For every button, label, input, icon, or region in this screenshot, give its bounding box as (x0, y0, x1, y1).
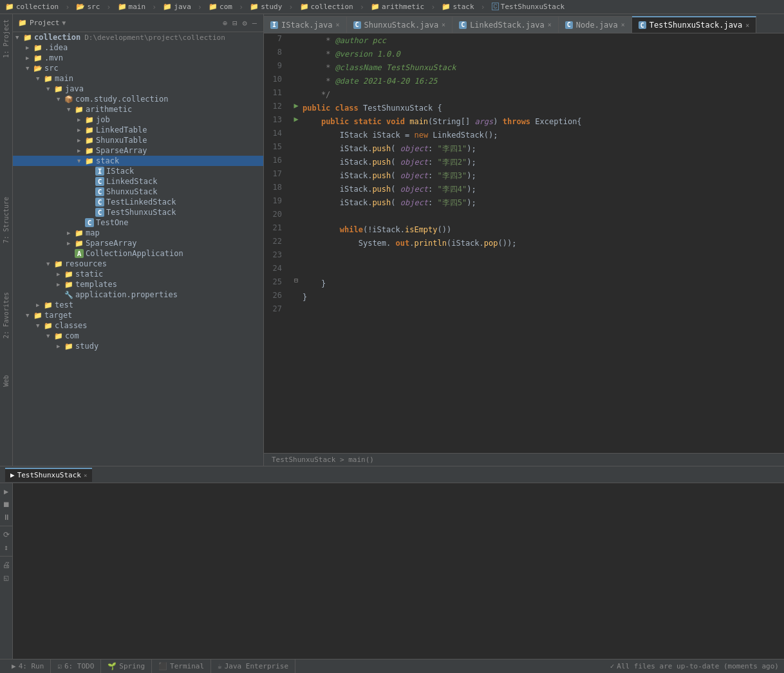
tree-root-label: collection (34, 33, 80, 42)
tree-linkedtable[interactable]: ▶ 📁 LinkedTable (13, 125, 263, 135)
tree-study-target[interactable]: ▶ 📁 study (13, 341, 263, 351)
pause-btn[interactable]: ⏸ (1, 512, 12, 523)
tab-ls-close[interactable]: × (548, 21, 552, 28)
tree-target[interactable]: ▼ 📁 target (13, 310, 263, 320)
run-icon: ▶ (12, 662, 16, 670)
run-btn[interactable]: ▶ (3, 486, 10, 497)
tree-sparsearray[interactable]: ▶ 📁 SparseArray (13, 145, 263, 156)
line-content-11: */ (303, 88, 784, 101)
rerun-btn[interactable]: ⟳ (2, 529, 11, 540)
tree-arrow-src: ▼ (26, 65, 33, 71)
tree-main[interactable]: ▼ 📁 main (13, 73, 263, 84)
tree-mvn[interactable]: ▶ 📁 .mvn (13, 53, 263, 63)
bc-com[interactable]: 📁 com (209, 3, 232, 11)
code-line-23: 23 (264, 250, 784, 263)
line-content-23 (303, 250, 784, 263)
bc-arithmetic[interactable]: 📁 arithmetic (371, 3, 424, 11)
tab-linkedstack[interactable]: C LinkedStack.java × (453, 16, 559, 33)
dropdown-arrow[interactable]: ▼ (62, 19, 66, 26)
run-tab-close[interactable]: × (84, 472, 87, 479)
status-icon: ✓ (610, 662, 615, 670)
tree-resources[interactable]: ▼ 📁 resources (13, 259, 263, 269)
bottom-tab-run[interactable]: ▶ TestShunxuStack × (5, 468, 92, 482)
sidebar-sync-btn[interactable]: ⊕ (221, 19, 229, 28)
bc-study[interactable]: 📁 study (250, 3, 282, 11)
bc-collection2[interactable]: 📁 collection (300, 3, 353, 11)
tab-ss-close[interactable]: × (442, 21, 445, 28)
tree-map[interactable]: ▶ 📁 map (13, 228, 263, 238)
tree-stack[interactable]: ▼ 📁 stack (13, 156, 263, 166)
stop-btn[interactable]: ⏹ (1, 499, 12, 510)
tree-classes[interactable]: ▼ 📁 classes (13, 320, 263, 331)
code-line-22: 22 System. out.println(iStack.pop()); (264, 236, 784, 250)
fold-icon-25[interactable]: ⊟ (294, 277, 298, 284)
tree-sparsearray2[interactable]: ▶ 📁 SparseArray (13, 238, 263, 248)
tree-testone[interactable]: ▶ C TestOne (13, 217, 263, 228)
status-tab-todo[interactable]: ☑ 6: TODO (51, 659, 101, 674)
status-tab-run[interactable]: ▶ 4: Run (5, 659, 51, 674)
sidebar-collapse-btn[interactable]: ⊟ (231, 19, 238, 28)
side-tab-project[interactable]: 1: Project (1, 14, 12, 63)
tree-test[interactable]: ▶ 📁 test (13, 300, 263, 310)
tree-mvn-icon: 📁 (33, 54, 42, 62)
layout-btn[interactable]: ◱ (3, 572, 10, 584)
tab-node-close[interactable]: × (621, 21, 625, 28)
tree-arithmetic[interactable]: ▼ 📁 arithmetic (13, 104, 263, 115)
code-line-11: 11 */ (264, 88, 784, 101)
status-tab-javaent[interactable]: ☕ Java Enterprise (211, 659, 295, 674)
tree-templates[interactable]: ▶ 📁 templates (13, 279, 263, 290)
tab-shunxustack[interactable]: C ShunxuStack.java × (347, 16, 453, 33)
tree-shunxutable[interactable]: ▶ 📁 ShunxuTable (13, 135, 263, 145)
tree-static[interactable]: ▶ 📁 static (13, 269, 263, 279)
line-num-21: 21 (264, 223, 290, 232)
line-gutter-25: ⊟ (290, 277, 303, 284)
tree-idea[interactable]: ▶ 📁 .idea (13, 42, 263, 53)
tree-job[interactable]: ▶ 📁 job (13, 115, 263, 125)
code-editor[interactable]: 7 * @author pcc 8 * @version 1.0.0 9 * @… (264, 33, 784, 453)
tree-istack-icon: I (95, 167, 104, 176)
tab-node[interactable]: C Node.java × (559, 16, 632, 33)
bc-java[interactable]: 📁 java (163, 3, 191, 11)
tree-arrow-main: ▼ (36, 75, 44, 82)
tree-linkedstack[interactable]: ▶ C LinkedStack (13, 176, 263, 187)
scroll-btn[interactable]: ↕ (3, 542, 10, 553)
sidebar-settings-btn[interactable]: ⚙ (241, 19, 248, 28)
run-arrow-13[interactable]: ▶ (294, 115, 298, 124)
tree-sa-icon: 📁 (85, 147, 94, 155)
line-gutter-13: ▶ (290, 115, 303, 124)
tree-package[interactable]: ▼ 📦 com.study.collection (13, 94, 263, 104)
tab-tss-close[interactable]: × (745, 22, 749, 29)
bc-stack[interactable]: 📁 stack (442, 3, 474, 11)
print-btn[interactable]: 🖨 (1, 559, 12, 571)
tree-st-icon: 📁 (85, 136, 94, 145)
tree-testshunxustack[interactable]: ▶ C TestShunxuStack (13, 207, 263, 217)
bc-main[interactable]: 📁 main (118, 3, 146, 11)
status-tab-terminal[interactable]: ⬛ Terminal (152, 659, 211, 674)
tree-root-path: D:\development\project\collection (84, 33, 225, 42)
bc-testshunxu[interactable]: 🄲 TestShunxuStack (492, 3, 565, 11)
tab-istack[interactable]: I IStack.java × (264, 16, 347, 33)
tab-testshunxu[interactable]: C TestShunxuStack.java × (632, 16, 757, 33)
tree-root-collection[interactable]: ▼ 📁 collection D:\development\project\co… (13, 32, 263, 42)
bc-src[interactable]: 📂 src (76, 3, 100, 11)
side-tab-web[interactable]: Web (1, 370, 12, 392)
tree-sa2-icon: 📁 (75, 239, 84, 248)
tree-collectionapp[interactable]: ▶ A CollectionApplication (13, 248, 263, 259)
tree-src[interactable]: ▼ 📂 src (13, 63, 263, 73)
tree-istack[interactable]: ▶ I IStack (13, 166, 263, 176)
side-tab-structure[interactable]: 7: Structure (1, 192, 12, 248)
tree-arrow-idea: ▶ (26, 44, 33, 51)
line-content-17: iStack.push( object: "李四3"); (303, 169, 784, 182)
tab-istack-close[interactable]: × (335, 21, 339, 28)
tree-com-target[interactable]: ▼ 📁 com (13, 331, 263, 341)
tree-testlinkedstack[interactable]: ▶ C TestLinkedStack (13, 197, 263, 207)
tree-appprops[interactable]: ▶ 🔧 application.properties (13, 290, 263, 300)
sidebar-minimize-btn[interactable]: — (251, 19, 258, 28)
bc-collection[interactable]: 📁 collection (5, 3, 59, 11)
run-arrow-12[interactable]: ▶ (294, 101, 298, 110)
tree-shunxustack[interactable]: ▶ C ShunxuStack (13, 187, 263, 197)
side-tab-favorites[interactable]: 2: Favorites (1, 287, 12, 344)
status-tab-spring[interactable]: 🌱 Spring (101, 659, 152, 674)
code-line-13: 13 ▶ public static void main(String[] ar… (264, 115, 784, 128)
tree-java[interactable]: ▼ 📁 java (13, 84, 263, 94)
